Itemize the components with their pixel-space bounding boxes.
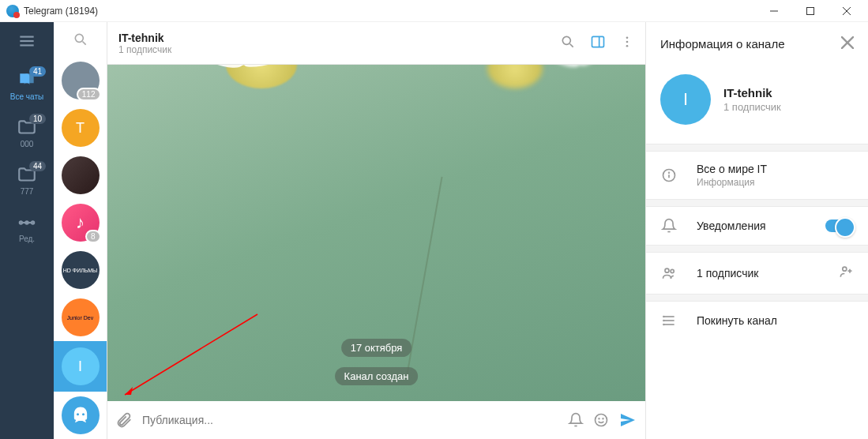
svg-point-11 [75,34,83,42]
svg-point-20 [626,40,629,43]
silent-icon[interactable] [568,412,584,428]
header-search-icon[interactable] [560,34,576,53]
svg-point-14 [81,413,84,415]
date-pill: 17 октября [341,339,412,357]
svg-point-26 [603,418,603,419]
leave-label: Покинуть канал [697,314,777,327]
channel-info-panel: Информация о канале I IT-tehnik 1 подпис… [645,22,868,439]
svg-marker-23 [125,387,133,395]
svg-point-24 [596,415,607,426]
info-header-title: Информация о канале [660,37,784,51]
service-message: Канал создан [335,367,419,385]
svg-point-41 [663,321,664,321]
svg-point-33 [671,269,674,272]
chat-item[interactable]: HD ФИЛЬМЫ [62,251,100,289]
svg-point-13 [76,413,78,415]
svg-rect-17 [592,36,604,47]
chat-item[interactable] [62,156,100,194]
svg-point-34 [843,267,847,271]
header-sidebar-toggle-icon[interactable] [590,34,606,53]
close-info-button[interactable] [841,36,854,51]
subscribers-label: 1 подписчик [697,267,758,280]
info-description-row[interactable]: Все о мире IT Информация [646,152,868,199]
message-composer [107,401,645,439]
chatlist-search-button[interactable] [54,22,107,57]
chat-item[interactable]: ♪8 [62,204,100,242]
info-avatar: I [660,74,711,125]
people-icon [660,265,678,281]
chat-subtitle: 1 подписчик [118,44,171,55]
chat-header: IT-tehnik 1 подписчик [107,22,645,65]
folder-000[interactable]: 10 000 [0,109,54,156]
add-member-icon[interactable] [838,264,854,283]
chat-list: 112 T ♪8 HD ФИЛЬМЫ Junior Dev I [54,22,107,439]
minimize-button[interactable] [756,0,792,22]
svg-point-21 [626,44,629,47]
info-icon [660,167,678,183]
composer-input[interactable] [142,414,558,426]
folder-badge: 10 [29,114,46,124]
svg-line-22 [125,314,257,395]
maximize-button[interactable] [792,0,829,22]
window-title: Telegram (18194) [24,6,98,17]
close-button[interactable] [829,0,865,22]
emoji-icon[interactable] [593,412,609,428]
app-icon [6,5,19,17]
svg-point-25 [599,418,599,419]
chat-item-selected[interactable]: I [54,341,107,392]
chat-item[interactable]: 112 [62,62,100,99]
svg-point-32 [665,268,669,272]
titlebar: Telegram (18194) [0,0,868,22]
svg-line-16 [570,43,573,47]
chat-main: IT-tehnik 1 подписчик [107,22,645,439]
info-name: IT-tehnik [723,86,781,99]
chat-item[interactable]: T [62,109,100,147]
leave-icon [660,313,678,328]
svg-point-19 [626,36,629,39]
chat-item[interactable] [62,396,100,434]
folder-label: Все чаты [10,92,43,101]
svg-rect-1 [807,7,814,14]
chat-item[interactable]: Junior Dev [62,298,100,336]
bell-icon [660,218,678,234]
info-description-label: Информация [697,177,767,188]
chat-body[interactable]: 17 октября Канал создан [107,65,645,401]
notifications-label: Уведомления [697,220,766,232]
folder-edit[interactable]: Ред. [0,204,54,251]
folder-badge: 44 [29,161,46,171]
info-profile[interactable]: I IT-tehnik 1 подписчик [646,65,868,144]
header-more-icon[interactable] [620,35,634,52]
info-header: Информация о канале [646,22,868,65]
svg-point-40 [663,317,664,317]
leave-channel-row[interactable]: Покинуть канал [646,302,868,340]
folder-777[interactable]: 44 777 [0,156,54,204]
folder-label: 000 [21,140,34,148]
svg-point-42 [663,325,664,325]
folder-all-chats[interactable]: 41 Все чаты [0,62,54,109]
chat-title[interactable]: IT-tehnik [118,32,171,44]
svg-point-15 [562,36,570,44]
info-description-text: Все о мире IT [697,163,767,175]
svg-line-12 [82,42,85,45]
folder-label: 777 [21,187,34,196]
folder-label: Ред. [19,235,35,243]
menu-button[interactable] [0,22,54,62]
folders-sidebar: 41 Все чаты 10 000 44 777 Ред. [0,22,54,439]
annotation-arrow [107,306,265,401]
notifications-row[interactable]: Уведомления [646,207,868,245]
svg-point-31 [669,172,670,173]
send-button[interactable] [618,411,637,430]
attach-icon[interactable] [115,411,133,429]
info-subtitle: 1 подписчик [723,101,781,113]
folder-badge: 41 [29,66,46,77]
notifications-toggle[interactable] [825,220,854,232]
subscribers-row[interactable]: 1 подписчик [646,253,868,294]
